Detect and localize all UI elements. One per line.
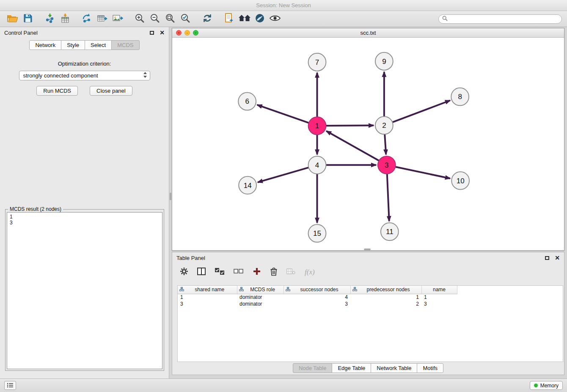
tab-edge-table[interactable]: Edge Table [332,363,371,373]
network-graph[interactable]: 7968124314101511 [172,38,564,250]
graph-node-6[interactable]: 6 [238,92,256,110]
table-cell[interactable]: 4 [284,294,350,301]
column-header-predecessor-nodes[interactable]: predecessor nodes [350,286,421,294]
table-cell[interactable]: 1 [350,294,421,301]
graph-node-7[interactable]: 7 [308,53,326,71]
export-table-button[interactable] [95,13,110,25]
apply-style-button[interactable] [252,13,267,25]
graph-node-8[interactable]: 8 [451,88,469,106]
home-button[interactable] [237,13,252,25]
column-tree-icon [352,287,357,293]
close-table-panel-icon[interactable]: ✕ [555,255,560,261]
gear-icon[interactable] [180,267,188,277]
zoom-in-button[interactable] [132,13,147,25]
close-panel-icon[interactable]: ✕ [160,30,165,36]
show-hide-graphics-button[interactable] [267,13,283,25]
search-box[interactable] [438,14,562,24]
graph-node-3[interactable]: 3 [378,156,396,174]
open-session-button[interactable] [5,13,20,25]
float-table-panel-icon[interactable] [545,256,549,260]
table-cell[interactable]: 3 [178,301,237,307]
float-panel-icon[interactable] [150,31,154,35]
edge-4-14[interactable] [258,165,317,182]
edge-2-8[interactable] [384,100,450,125]
table-row[interactable]: 1dominator411 [178,294,457,301]
edge-3-1[interactable] [326,131,387,165]
search-input[interactable] [450,16,558,22]
graph-node-1[interactable]: 1 [308,117,326,135]
tab-style[interactable]: Style [61,40,85,50]
import-network-button[interactable] [42,13,58,25]
trash-icon[interactable] [270,267,278,278]
run-mcds-button[interactable]: Run MCDS [36,86,78,96]
table-row[interactable]: 3dominator323 [178,301,457,307]
table-cell[interactable]: dominator [237,294,284,301]
mcds-result-text: 1 3 [7,212,162,369]
memory-status-icon [534,384,538,387]
add-row-icon[interactable] [253,267,261,277]
criterion-select[interactable]: strongly connected component [19,71,150,80]
tab-network-table[interactable]: Network Table [371,363,417,373]
mcds-result-title: MCDS result (2 nodes) [8,206,63,212]
document-share-icon [224,13,234,25]
memory-button[interactable]: Memory [530,381,563,390]
window-title: Session: New Session [256,2,311,8]
svg-text:2: 2 [382,121,386,130]
vertical-scrollbar-thumb[interactable] [170,193,171,200]
graph-node-10[interactable]: 10 [451,172,469,190]
graph-node-14[interactable]: 14 [239,177,256,194]
graph-node-4[interactable]: 4 [308,156,326,174]
table-cell[interactable]: 3 [284,301,350,307]
table-cell[interactable]: 2 [350,301,421,307]
column-header-mcds-role[interactable]: MCDS role [237,286,284,294]
zoom-selected-icon [180,13,190,25]
main-toolbar [0,11,567,27]
zoom-out-button[interactable] [147,13,162,25]
control-panel-title: Control Panel [4,30,38,36]
new-network-icon [82,13,93,25]
column-header-shared-name[interactable]: shared name [178,286,237,294]
horizontal-scrollbar-thumb[interactable] [364,248,371,250]
zoom-out-icon [150,13,160,25]
edge-1-6[interactable] [257,105,317,126]
edge-3-10[interactable] [387,165,450,179]
table-cell[interactable]: dominator [237,301,284,307]
close-window-icon[interactable]: ✕ [176,30,182,36]
open-report-button[interactable] [222,13,237,25]
tab-mcds[interactable]: MCDS [111,40,139,50]
close-panel-button[interactable]: Close panel [90,86,132,96]
tab-motifs[interactable]: Motifs [417,363,443,373]
column-tree-icon [286,287,290,293]
network-window-titlebar[interactable]: ✕ − + scc.txt [172,28,564,38]
table-panel-tabs: Node Table Edge Table Network Table Moti… [172,363,564,373]
tab-node-table[interactable]: Node Table [293,363,333,373]
maximize-window-icon[interactable]: + [193,30,198,36]
export-image-button[interactable] [110,13,125,25]
table-cell[interactable]: 1 [421,294,457,301]
table-cell[interactable]: 1 [178,294,237,301]
tab-select[interactable]: Select [85,40,112,50]
graph-node-9[interactable]: 9 [375,52,393,70]
graph-node-11[interactable]: 11 [381,223,399,240]
column-label: MCDS role [244,287,282,293]
columns-icon[interactable] [197,268,206,277]
graph-node-15[interactable]: 15 [308,224,326,242]
zoom-fit-button[interactable] [162,13,178,25]
refresh-view-button[interactable] [200,13,215,25]
table-cell[interactable]: 3 [421,301,457,307]
window-titlebar: Session: New Session [0,0,567,11]
graph-node-2[interactable]: 2 [375,116,393,134]
deselect-all-icon[interactable] [234,268,244,276]
show-panels-button[interactable] [4,381,16,390]
network-canvas[interactable]: 7968124314101511 [172,38,564,250]
zoom-selected-button[interactable] [178,13,193,25]
new-network-button[interactable] [80,13,95,25]
criterion-select-value: strongly connected component [23,72,143,79]
save-session-button[interactable] [20,13,36,25]
column-header-successor-nodes[interactable]: successor nodes [284,286,350,294]
select-all-icon[interactable] [215,268,225,277]
column-header-name[interactable]: name [421,286,457,294]
tab-network[interactable]: Network [29,40,61,50]
import-table-button[interactable] [58,13,73,25]
minimize-window-icon[interactable]: − [184,30,190,36]
